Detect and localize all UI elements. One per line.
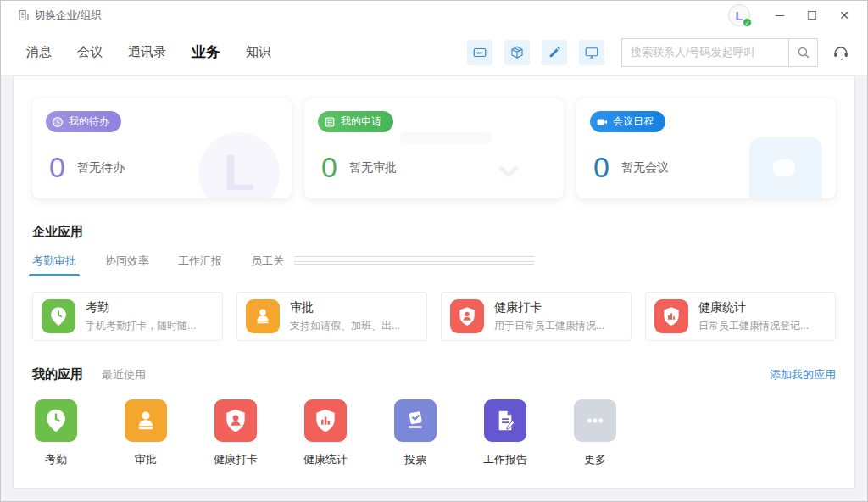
welink-card-icon: we xyxy=(472,45,487,60)
headset-icon xyxy=(832,43,850,62)
pencil-button[interactable] xyxy=(542,40,567,65)
tab-work-report[interactable]: 工作汇报 xyxy=(178,254,222,276)
my-app-approval[interactable]: 审批 xyxy=(122,399,170,467)
organization-icon xyxy=(18,9,30,21)
applications-card[interactable]: 我的申请 0 暂无审批 ⌄ xyxy=(304,98,564,198)
applications-count: 0 xyxy=(321,151,337,184)
titlebar-controls: L ✓ ─ ☐ ✕ xyxy=(728,4,859,26)
svg-text:we: we xyxy=(476,50,482,55)
nav-tab-meetings[interactable]: 会议 xyxy=(77,44,103,60)
enterprise-apps-tabs: 考勤审批 协同效率 工作汇报 员工关 xyxy=(32,254,836,276)
my-apps-title: 我的应用 xyxy=(32,366,83,382)
cube-icon xyxy=(509,45,525,60)
recently-used-label[interactable]: 最近使用 xyxy=(102,367,146,382)
todo-empty-text: 暂无待办 xyxy=(77,160,125,176)
health-stats-icon xyxy=(304,399,347,442)
applications-empty-text: 暂无审批 xyxy=(349,160,397,176)
search-box xyxy=(621,38,818,67)
my-app-label: 健康打卡 xyxy=(214,452,258,467)
nav-tabs: 消息 会议 通讯录 业务 知识 xyxy=(26,42,271,62)
my-app-label: 更多 xyxy=(584,452,606,467)
my-app-label: 健康统计 xyxy=(303,452,348,467)
screen-share-button[interactable] xyxy=(579,40,604,65)
monitor-icon xyxy=(584,45,599,60)
todo-badge-label: 我的待办 xyxy=(69,114,109,129)
my-app-work-report[interactable]: 工作报告 xyxy=(481,399,529,467)
health-checkin-name: 健康打卡 xyxy=(494,300,604,315)
meeting-body: 0 暂无会议 xyxy=(593,151,669,184)
todo-badge: 我的待办 xyxy=(46,111,121,132)
minimize-button[interactable]: ─ xyxy=(765,4,794,26)
meeting-empty-text: 暂无会议 xyxy=(621,160,669,176)
org-switch-button[interactable]: 切换企业/组织 xyxy=(18,8,101,23)
main-panel: 我的待办 0 暂无待办 L 我的申请 xyxy=(13,75,855,489)
app-card-health-stats[interactable]: 健康统计 日常员工健康情况登记... xyxy=(645,292,836,341)
app-card-approval[interactable]: 审批 支持如请假、加班、出... xyxy=(236,292,427,341)
approval-desc: 支持如请假、加班、出... xyxy=(290,319,400,333)
health-checkin-app-icon xyxy=(450,299,484,333)
nav-tab-business[interactable]: 业务 xyxy=(192,42,220,62)
nav-tab-messages[interactable]: 消息 xyxy=(26,44,52,60)
my-app-label: 投票 xyxy=(404,452,426,467)
todo-card[interactable]: 我的待办 0 暂无待办 L xyxy=(32,98,292,198)
meeting-schedule-card[interactable]: 会议日程 0 暂无会议 xyxy=(576,98,836,198)
applications-watermark-stripe xyxy=(399,132,492,144)
app-card-health-checkin[interactable]: 健康打卡 用于日常员工健康情况... xyxy=(441,292,632,341)
app-card-attendance[interactable]: 考勤 手机考勤打卡，随时随... xyxy=(32,292,223,341)
app-window: 切换企业/组织 L ✓ ─ ☐ ✕ 消息 会议 通讯录 业务 知识 we xyxy=(0,0,868,502)
search-input[interactable] xyxy=(622,39,788,66)
close-button[interactable]: ✕ xyxy=(830,4,859,26)
nav-tab-contacts[interactable]: 通讯录 xyxy=(128,44,166,60)
health-stats-name: 健康统计 xyxy=(698,300,809,315)
document-check-icon xyxy=(324,116,336,128)
tab-attendance-approval[interactable]: 考勤审批 xyxy=(32,254,76,276)
work-report-icon xyxy=(484,399,526,442)
nav-bar: 消息 会议 通讯录 业务 知识 we xyxy=(1,30,867,75)
todo-count: 0 xyxy=(49,151,65,184)
attendance-info: 考勤 手机考勤打卡，随时随... xyxy=(86,300,196,333)
status-online-badge: ✓ xyxy=(743,18,752,27)
health-stats-desc: 日常员工健康情况登记... xyxy=(698,319,809,333)
cube-button[interactable] xyxy=(504,40,530,65)
nav-toolbar: we xyxy=(467,38,852,67)
tab-collaboration-efficiency[interactable]: 协同效率 xyxy=(105,254,149,276)
enterprise-apps-title: 企业应用 xyxy=(32,224,836,240)
my-app-more[interactable]: 更多 xyxy=(571,399,619,467)
enterprise-apps-cards: 考勤 手机考勤打卡，随时随... 审批 支持如请假、加班、出... xyxy=(32,292,836,341)
clock-icon xyxy=(52,116,64,128)
approval-app-icon xyxy=(246,299,280,333)
pencil-icon xyxy=(547,45,562,60)
enterprise-apps-section: 企业应用 考勤审批 协同效率 工作汇报 员工关 xyxy=(32,224,836,276)
health-checkin-icon xyxy=(214,399,257,442)
meeting-badge: 会议日程 xyxy=(590,111,665,132)
welink-card-button[interactable]: we xyxy=(467,40,492,65)
approval-info: 审批 支持如请假、加班、出... xyxy=(290,300,400,333)
summary-cards-row: 我的待办 0 暂无待办 L 我的申请 xyxy=(32,98,836,198)
tab-employee-care[interactable]: 员工关 xyxy=(251,254,284,276)
my-apps-header: 我的应用 最近使用 添加我的应用 xyxy=(32,366,836,382)
nav-tab-knowledge[interactable]: 知识 xyxy=(246,44,271,60)
attendance-desc: 手机考勤打卡，随时随... xyxy=(86,319,196,333)
my-app-health-stats[interactable]: 健康统计 xyxy=(302,399,349,467)
my-app-vote[interactable]: 投票 xyxy=(392,399,439,467)
my-app-label: 审批 xyxy=(135,452,157,467)
avatar[interactable]: L ✓ xyxy=(728,4,750,26)
maximize-button[interactable]: ☐ xyxy=(798,4,826,26)
approval-icon xyxy=(125,399,167,442)
meeting-badge-label: 会议日程 xyxy=(613,114,654,129)
my-apps-grid: 考勤 审批 健康打卡 xyxy=(32,399,836,467)
avatar-letter: L xyxy=(735,8,743,23)
attendance-name: 考勤 xyxy=(86,300,196,315)
search-button[interactable] xyxy=(788,39,817,66)
add-my-apps-link[interactable]: 添加我的应用 xyxy=(770,367,836,382)
render-glitch-lines xyxy=(294,256,534,265)
meeting-count: 0 xyxy=(593,151,609,184)
applications-watermark-chevron: ⌄ xyxy=(479,136,538,195)
health-stats-info: 健康统计 日常员工健康情况登记... xyxy=(698,300,809,333)
my-app-health-checkin[interactable]: 健康打卡 xyxy=(212,399,259,467)
my-app-attendance[interactable]: 考勤 xyxy=(32,399,80,467)
todo-body: 0 暂无待办 xyxy=(49,151,125,184)
health-stats-app-icon xyxy=(654,299,688,333)
customer-service-button[interactable] xyxy=(830,42,852,64)
applications-body: 0 暂无审批 xyxy=(321,151,397,184)
